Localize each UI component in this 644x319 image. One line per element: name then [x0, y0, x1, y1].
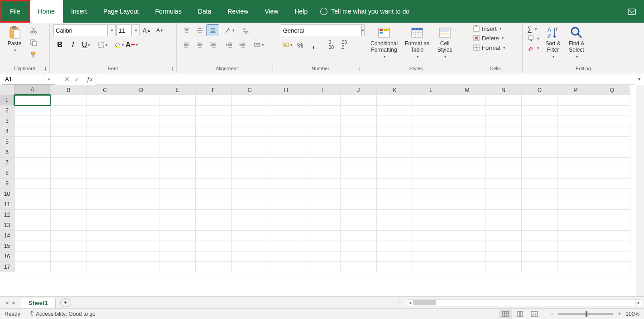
cell[interactable] — [485, 251, 522, 262]
cell[interactable] — [51, 262, 87, 272]
sheet-nav-next[interactable]: ► — [11, 300, 17, 305]
cell[interactable] — [522, 231, 558, 241]
cell[interactable] — [51, 220, 87, 231]
cell[interactable] — [87, 179, 123, 189]
cell[interactable] — [196, 147, 232, 158]
row-header[interactable]: 17 — [0, 262, 14, 272]
cell[interactable] — [558, 189, 594, 199]
cell[interactable] — [196, 199, 232, 210]
cell[interactable] — [341, 147, 377, 158]
page-break-view-button[interactable] — [528, 309, 541, 319]
cell[interactable] — [558, 231, 594, 241]
row-header[interactable]: 13 — [0, 220, 14, 231]
cell[interactable] — [558, 126, 594, 137]
align-left-button[interactable] — [180, 39, 193, 51]
cell[interactable] — [123, 210, 159, 220]
cell[interactable] — [522, 262, 558, 272]
cell[interactable] — [449, 168, 485, 179]
cell[interactable] — [341, 137, 377, 147]
cell[interactable] — [485, 189, 522, 199]
orientation-button[interactable]: ▾ — [223, 24, 235, 36]
cell[interactable] — [268, 106, 304, 116]
cell[interactable] — [51, 241, 87, 251]
font-size-input[interactable] — [116, 24, 132, 36]
cell[interactable] — [268, 147, 304, 158]
cell[interactable] — [594, 116, 630, 126]
cell[interactable] — [196, 116, 232, 126]
cell[interactable] — [558, 251, 594, 262]
cell[interactable] — [485, 137, 522, 147]
page-layout-view-button[interactable] — [513, 309, 527, 319]
cell[interactable] — [123, 116, 159, 126]
vertical-scrollbar[interactable] — [636, 85, 644, 296]
cell[interactable] — [87, 210, 123, 220]
cell[interactable] — [196, 137, 232, 147]
cell[interactable] — [87, 241, 123, 251]
autosum-button[interactable]: ∑▾ — [526, 24, 540, 33]
row-header[interactable]: 2 — [0, 106, 14, 116]
cell[interactable] — [485, 231, 522, 241]
column-header[interactable]: I — [304, 85, 341, 95]
column-header[interactable]: M — [449, 85, 485, 95]
cell[interactable] — [304, 137, 341, 147]
cell[interactable] — [341, 220, 377, 231]
cell[interactable] — [87, 231, 123, 241]
accounting-format-button[interactable]: $▾ — [281, 39, 293, 51]
cell[interactable] — [232, 251, 268, 262]
cell[interactable] — [304, 220, 341, 231]
name-box[interactable]: ▾ — [2, 74, 55, 85]
cell[interactable] — [232, 116, 268, 126]
cell[interactable] — [268, 210, 304, 220]
cell[interactable] — [232, 210, 268, 220]
cell[interactable] — [51, 210, 87, 220]
font-name-combo[interactable]: ▾ — [53, 24, 116, 36]
cell[interactable] — [377, 137, 413, 147]
cell[interactable] — [594, 95, 630, 106]
chevron-down-icon[interactable]: ▾ — [44, 74, 54, 84]
tab-data[interactable]: Data — [190, 0, 220, 23]
cell[interactable] — [196, 210, 232, 220]
cell[interactable] — [341, 126, 377, 137]
cell[interactable] — [123, 220, 159, 231]
tab-file[interactable]: File — [0, 0, 30, 23]
expand-formula-bar-button[interactable]: ▾ — [635, 76, 644, 82]
zoom-slider-knob[interactable] — [586, 311, 587, 317]
column-header[interactable]: J — [341, 85, 377, 95]
cell[interactable] — [159, 147, 196, 158]
cell[interactable] — [14, 251, 51, 262]
cell[interactable] — [14, 179, 51, 189]
cell[interactable] — [159, 116, 196, 126]
cell[interactable] — [594, 241, 630, 251]
cell[interactable] — [594, 251, 630, 262]
cell[interactable] — [268, 168, 304, 179]
cell[interactable] — [159, 262, 196, 272]
cell[interactable] — [51, 231, 87, 241]
zoom-slider[interactable] — [558, 313, 613, 315]
cell[interactable] — [304, 199, 341, 210]
cell[interactable] — [232, 147, 268, 158]
cell[interactable] — [159, 179, 196, 189]
cell[interactable] — [196, 251, 232, 262]
number-format-combo[interactable]: ▾ — [281, 24, 360, 36]
cell[interactable] — [377, 251, 413, 262]
cell[interactable] — [485, 95, 522, 106]
cell[interactable] — [14, 106, 51, 116]
cell[interactable] — [413, 116, 449, 126]
cell[interactable] — [377, 262, 413, 272]
cell[interactable] — [522, 147, 558, 158]
cell[interactable] — [123, 231, 159, 241]
cell[interactable] — [304, 189, 341, 199]
tab-split-grip[interactable]: ⋮ — [393, 299, 407, 306]
cell[interactable] — [51, 116, 87, 126]
cell[interactable] — [14, 241, 51, 251]
cell[interactable] — [159, 189, 196, 199]
cell[interactable] — [377, 179, 413, 189]
cell[interactable] — [377, 126, 413, 137]
column-header[interactable]: D — [123, 85, 159, 95]
cell[interactable] — [14, 147, 51, 158]
cell[interactable] — [558, 106, 594, 116]
number-format-input[interactable] — [281, 24, 361, 36]
formula-input[interactable] — [96, 74, 635, 85]
cell[interactable] — [522, 179, 558, 189]
cell[interactable] — [377, 158, 413, 168]
